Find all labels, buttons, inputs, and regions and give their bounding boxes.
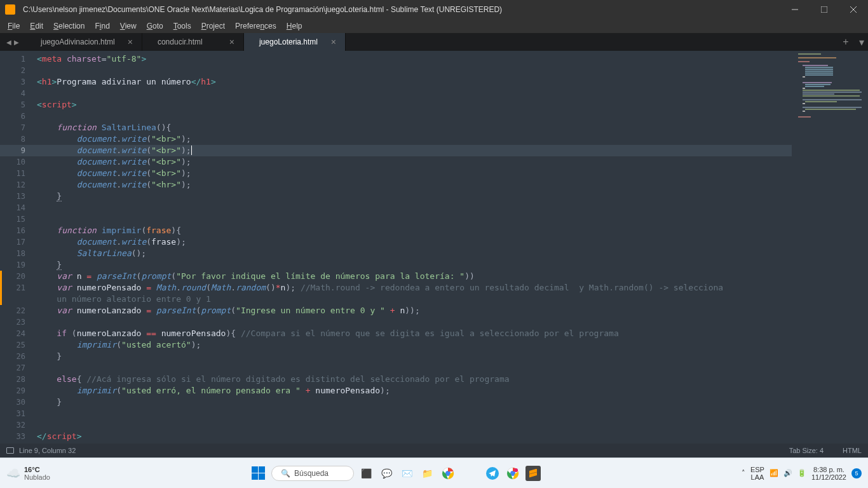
weather-temp: 16°C: [24, 466, 50, 473]
tab-juegoloteria[interactable]: juegoLoteria.html ×: [244, 33, 346, 51]
tab-conducir[interactable]: conducir.html ×: [142, 33, 244, 51]
window-titlebar: C:\Users\nelson jimenez\Documents\ONE Or…: [0, 0, 868, 19]
menu-edit[interactable]: Edit: [25, 20, 48, 32]
minimap[interactable]: [792, 51, 868, 444]
menu-tools[interactable]: Tools: [168, 20, 196, 32]
text-cursor: [191, 146, 192, 155]
wifi-icon[interactable]: 📶: [770, 469, 778, 477]
taskbar-explorer-icon[interactable]: 📁: [420, 466, 435, 481]
status-cursor-position: Line 9, Column 32: [19, 447, 76, 454]
tab-menu-button[interactable]: ▾: [855, 33, 868, 51]
tab-history-forward-icon[interactable]: ▶: [14, 39, 19, 46]
app-icon: [5, 4, 15, 15]
menubar: File Edit Selection Find View Goto Tools…: [0, 19, 868, 33]
tab-label: juegoAdivinacion.html: [41, 37, 115, 46]
menu-help[interactable]: Help: [281, 20, 308, 32]
weather-desc: Nublado: [24, 473, 50, 481]
minimize-button[interactable]: [780, 0, 810, 19]
menu-goto[interactable]: Goto: [142, 20, 168, 32]
tab-label: conducir.html: [158, 37, 203, 46]
gutter[interactable]: 1 2 3 4 5 6 7 8 9 10 11 12 13 14 15 16 1…: [0, 51, 34, 444]
search-icon: 🔍: [281, 469, 290, 478]
menu-find[interactable]: Find: [90, 20, 114, 32]
svg-point-9: [514, 468, 518, 472]
taskbar-taskview-icon[interactable]: ⬛: [359, 466, 374, 481]
tab-history-back-icon[interactable]: ◀: [6, 39, 11, 46]
taskbar-search[interactable]: 🔍 Búsqueda: [271, 466, 354, 481]
window-title: C:\Users\nelson jimenez\Documents\ONE Or…: [20, 5, 780, 14]
close-button[interactable]: [839, 0, 868, 19]
tab-close-icon[interactable]: ×: [318, 37, 336, 47]
taskbar-language[interactable]: ESP LAA: [750, 466, 764, 481]
taskbar-sublime-icon[interactable]: [526, 466, 541, 481]
taskbar-clock[interactable]: 8:38 p. m. 11/12/2022: [811, 466, 846, 481]
weather-icon: ☁️: [6, 466, 20, 480]
taskbar-weather[interactable]: ☁️ 16°C Nublado: [6, 466, 50, 481]
status-tabsize[interactable]: Tab Size: 4: [789, 447, 824, 454]
tab-close-icon[interactable]: ×: [115, 37, 133, 47]
tab-close-icon[interactable]: ×: [217, 37, 234, 47]
menu-preferences[interactable]: Preferences: [230, 20, 281, 32]
menu-selection[interactable]: Selection: [48, 20, 90, 32]
taskbar-mail-icon[interactable]: ✉️: [400, 466, 415, 481]
menu-project[interactable]: Project: [196, 20, 230, 32]
tabbar: ◀ ▶ juegoAdivinacion.html × conducir.htm…: [0, 33, 868, 51]
battery-icon[interactable]: 🔋: [797, 469, 806, 477]
taskbar-chrome-icon[interactable]: [440, 466, 456, 481]
tab-juegoadivinacion[interactable]: juegoAdivinacion.html ×: [25, 33, 142, 51]
menu-view[interactable]: View: [115, 20, 142, 32]
tab-label: juegoLoteria.html: [259, 37, 318, 46]
start-button[interactable]: [251, 466, 266, 481]
maximize-button[interactable]: [810, 0, 839, 19]
taskbar-chevron-up-icon[interactable]: ˄: [742, 469, 745, 477]
volume-icon[interactable]: 🔊: [783, 469, 792, 477]
menu-file[interactable]: File: [3, 20, 25, 32]
taskbar-chrome2-icon[interactable]: [505, 466, 520, 481]
editor-area: 1 2 3 4 5 6 7 8 9 10 11 12 13 14 15 16 1…: [0, 51, 868, 444]
taskbar-telegram-icon[interactable]: [485, 466, 500, 481]
tab-nav: ◀ ▶: [0, 33, 25, 51]
taskbar-chat-icon[interactable]: 💬: [379, 466, 395, 481]
svg-rect-1: [821, 6, 827, 13]
panel-switcher-icon[interactable]: [6, 447, 14, 454]
search-placeholder: Búsqueda: [294, 469, 329, 478]
notification-icon[interactable]: 5: [851, 468, 862, 478]
code-editor[interactable]: <meta charset="utf-8"> <h1>Programa adiv…: [34, 51, 792, 444]
status-language[interactable]: HTML: [843, 447, 862, 454]
tab-new-button[interactable]: +: [836, 33, 855, 51]
statusbar: Line 9, Column 32 Tab Size: 4 HTML: [0, 444, 868, 458]
windows-taskbar: ☁️ 16°C Nublado 🔍 Búsqueda ⬛ 💬 ✉️ 📁: [0, 458, 868, 488]
